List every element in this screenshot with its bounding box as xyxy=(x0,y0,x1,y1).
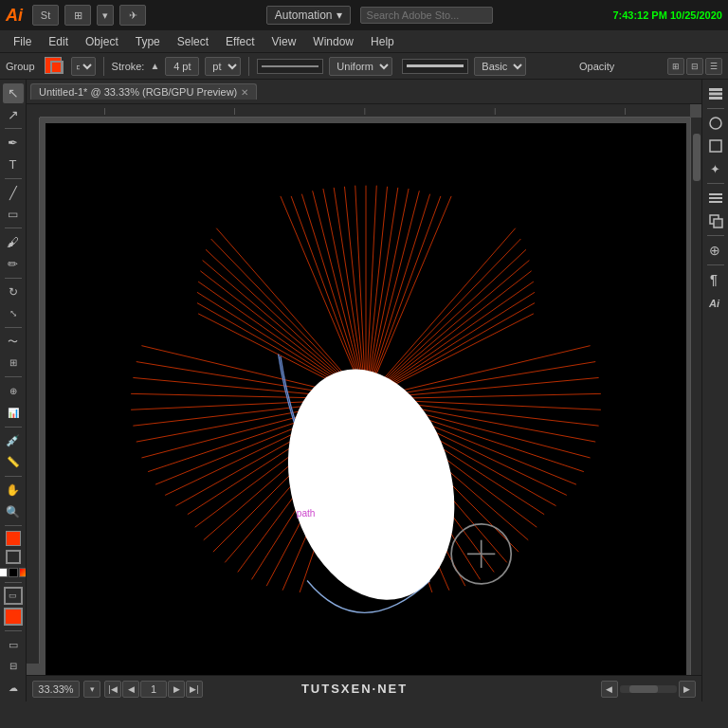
canvas-scroll-area[interactable]: ||||| xyxy=(27,104,701,675)
scale-tool[interactable]: ⤡ xyxy=(3,303,24,323)
color-stroke-swatch[interactable] xyxy=(6,550,21,564)
stroke-width-input[interactable] xyxy=(165,57,199,76)
direct-selection-tool[interactable]: ↗ xyxy=(3,105,24,125)
free-transform-tool[interactable]: ⊞ xyxy=(3,354,24,373)
layers-panel-btn[interactable] xyxy=(705,83,726,104)
stroke-unit-select[interactable]: pt xyxy=(205,57,241,76)
horizontal-scrollbar[interactable] xyxy=(620,685,677,693)
color-black-swatch[interactable] xyxy=(9,568,18,577)
color-white-swatch[interactable] xyxy=(0,568,8,577)
rectangle-tool[interactable]: ▭ xyxy=(3,204,24,224)
tab-close-button[interactable]: ✕ xyxy=(241,87,248,98)
svg-rect-83 xyxy=(709,97,722,100)
ai-panel-btn[interactable]: Ai xyxy=(705,292,726,313)
stroke-up-arrow[interactable]: ▲ xyxy=(150,61,159,71)
line-tool[interactable]: ╱ xyxy=(3,183,24,203)
hscroll-area: ◀ ▶ xyxy=(601,681,696,698)
prev-page-btn[interactable]: ◀ xyxy=(122,681,139,698)
menu-type[interactable]: Type xyxy=(128,33,168,50)
pathfinder-panel-btn[interactable]: ⊕ xyxy=(705,240,726,261)
measure-tool[interactable]: 📏 xyxy=(3,452,24,472)
document-tab[interactable]: Untitled-1* @ 33.33% (RGB/GPU Preview) ✕ xyxy=(30,83,257,100)
white-leaf-shape[interactable] xyxy=(264,351,479,619)
vertical-scrollbar[interactable] xyxy=(690,118,701,675)
page-input[interactable] xyxy=(140,681,167,698)
properties-panel-btn[interactable] xyxy=(705,113,726,134)
stroke-swatch-indicator xyxy=(50,61,64,74)
menu-view[interactable]: View xyxy=(264,33,304,50)
align-icon-3[interactable]: ☰ xyxy=(705,58,722,75)
align-panel-btn[interactable] xyxy=(705,188,726,209)
menu-help[interactable]: Help xyxy=(363,33,402,50)
menu-window[interactable]: Window xyxy=(305,33,361,50)
canvas-container: Untitled-1* @ 33.33% (RGB/GPU Preview) ✕… xyxy=(27,80,701,701)
warp-tool[interactable]: 〜 xyxy=(3,332,24,352)
tab-bar: Untitled-1* @ 33.33% (RGB/GPU Preview) ✕ xyxy=(27,80,701,104)
align-icon-2[interactable]: ⊟ xyxy=(686,58,703,75)
panel-sep-3 xyxy=(707,235,724,236)
ai-logo: Ai xyxy=(6,6,23,26)
top-icon-dropdown[interactable]: ▾ xyxy=(97,5,114,26)
send-icon[interactable]: ✈ xyxy=(119,5,146,26)
artboard[interactable]: path xyxy=(46,123,686,675)
nav-arrows-group: |◀ ◀ ▶ ▶| xyxy=(104,681,203,698)
artboards-panel-btn[interactable] xyxy=(705,136,726,156)
svg-line-6 xyxy=(344,187,366,399)
nav-arrow-down[interactable]: ▾ xyxy=(83,681,100,698)
top-icon-1[interactable]: St xyxy=(32,5,59,26)
type-tool[interactable]: T xyxy=(3,155,24,174)
basic-select[interactable]: Basic xyxy=(474,57,526,76)
first-page-btn[interactable]: |◀ xyxy=(104,681,121,698)
svg-rect-91 xyxy=(714,219,722,228)
color-gradient-swatch[interactable] xyxy=(19,568,27,577)
libraries-btn[interactable]: ⊟ xyxy=(3,657,24,677)
selection-tool[interactable]: ↖ xyxy=(3,83,24,103)
draw-behind-icon[interactable] xyxy=(4,608,23,626)
symbols-panel-btn[interactable]: ✦ xyxy=(705,158,726,179)
zoom-tool[interactable]: 🔍 xyxy=(3,502,24,522)
menu-effect[interactable]: Effect xyxy=(218,33,262,50)
next-page-btn[interactable]: ▶ xyxy=(168,681,185,698)
draw-inside-icon[interactable]: ▭ xyxy=(4,587,23,605)
svg-line-27 xyxy=(366,239,520,399)
search-input[interactable] xyxy=(360,7,493,24)
options-bar: Group ▭ Stroke: ▲ pt Uniform Basic Opaci… xyxy=(0,53,728,80)
menu-file[interactable]: File xyxy=(6,33,39,50)
assets-btn[interactable]: ☁ xyxy=(3,678,24,698)
hand-tool[interactable]: ✋ xyxy=(3,481,24,500)
fill-type-select[interactable]: ▭ xyxy=(71,57,96,76)
menu-bar: File Edit Object Type Select Effect View… xyxy=(0,30,728,53)
uniform-select[interactable]: Uniform xyxy=(329,57,392,76)
tool-separator-3 xyxy=(5,228,22,228)
align-icon-1[interactable]: ⊞ xyxy=(667,58,684,75)
menu-select[interactable]: Select xyxy=(170,33,216,50)
scroll-right-btn[interactable]: ▶ xyxy=(679,681,696,698)
menu-edit[interactable]: Edit xyxy=(41,33,76,50)
menu-object[interactable]: Object xyxy=(78,33,126,50)
stroke-label: Stroke: xyxy=(112,61,145,72)
pencil-tool[interactable]: ✏ xyxy=(3,254,24,274)
automation-button[interactable]: Automation ▾ xyxy=(266,6,351,25)
last-page-btn[interactable]: ▶| xyxy=(186,681,203,698)
type-panel-btn[interactable]: ¶ xyxy=(705,269,726,290)
vertical-scrollbar-thumb[interactable] xyxy=(693,134,701,181)
zoom-input[interactable] xyxy=(32,681,80,698)
svg-line-29 xyxy=(366,261,529,399)
top-icon-2[interactable]: ⊞ xyxy=(64,5,91,26)
change-screen-mode[interactable]: ▭ xyxy=(3,635,24,655)
scroll-left-btn[interactable]: ◀ xyxy=(601,681,618,698)
color-fill-swatch[interactable] xyxy=(6,531,21,545)
left-toolbar: ↖ ↗ ✒ T ╱ ▭ 🖌 ✏ ↻ ⤡ 〜 ⊞ ⊕ 📊 💉 📏 ✋ 🔍 xyxy=(0,80,27,701)
rotate-tool[interactable]: ↻ xyxy=(3,282,24,302)
transform-panel-btn[interactable] xyxy=(705,210,726,231)
eyedropper-tool[interactable]: 💉 xyxy=(3,431,24,451)
ruler-corner xyxy=(27,104,40,118)
horizontal-scrollbar-thumb[interactable] xyxy=(629,685,658,693)
chart-tool[interactable]: 📊 xyxy=(3,403,24,423)
panel-sep-2 xyxy=(707,183,724,184)
shape-builder-tool[interactable]: ⊕ xyxy=(3,381,24,401)
group-label: Group xyxy=(6,61,35,72)
pen-tool[interactable]: ✒ xyxy=(3,133,24,153)
paintbrush-tool[interactable]: 🖌 xyxy=(3,232,24,252)
clock-display: 7:43:12 PM 10/25/2020 xyxy=(612,9,722,21)
